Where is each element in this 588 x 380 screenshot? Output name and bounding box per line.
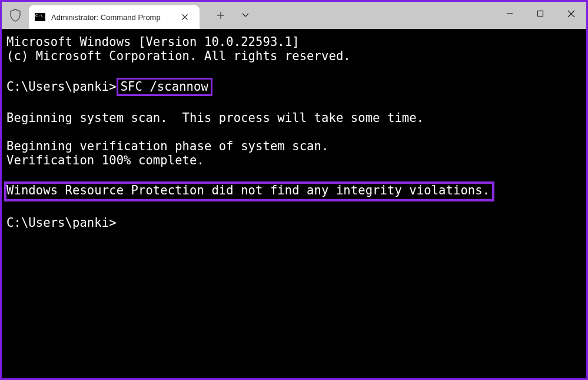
command-highlight: SFC /scannow (117, 78, 212, 97)
minimize-icon (506, 10, 513, 17)
terminal-prompt-line: C:\Users\panki>SFC /scannow (6, 77, 582, 97)
terminal-line: Beginning system scan. This process will… (6, 111, 582, 125)
terminal-line: Verification 100% complete. (6, 153, 582, 167)
result-text: Windows Resource Protection did not find… (6, 183, 490, 197)
new-tab-button[interactable] (214, 8, 228, 22)
maximize-button[interactable] (525, 2, 556, 25)
minimize-button[interactable] (494, 2, 525, 25)
terminal-line: Beginning verification phase of system s… (6, 139, 582, 153)
active-tab[interactable]: Administrator: Command Promp (29, 5, 200, 29)
close-window-button[interactable] (556, 2, 586, 25)
command-prompt-window: Administrator: Command Promp (0, 0, 588, 380)
svg-rect-5 (538, 11, 543, 16)
close-tab-button[interactable] (178, 11, 191, 24)
chevron-down-icon (241, 12, 250, 18)
terminal-blank-line (6, 63, 582, 77)
app-icon-holder (2, 2, 29, 29)
terminal-line: Microsoft Windows [Version 10.0.22593.1] (6, 35, 582, 49)
command-text: SFC /scannow (121, 80, 208, 94)
tab-actions (200, 2, 253, 29)
window-controls (494, 2, 586, 25)
terminal-output[interactable]: Microsoft Windows [Version 10.0.22593.1]… (2, 29, 586, 378)
maximize-icon (537, 10, 544, 17)
terminal-line: (c) Microsoft Corporation. All rights re… (6, 49, 582, 63)
plus-icon (217, 11, 225, 19)
cmd-icon (35, 13, 45, 21)
terminal-blank-line (6, 97, 582, 111)
tab-title: Administrator: Command Promp (51, 13, 172, 22)
result-highlight: Windows Resource Protection did not find… (4, 181, 494, 201)
terminal-blank-line (6, 125, 582, 139)
tab-dropdown-button[interactable] (238, 8, 253, 22)
terminal-result-line: Windows Resource Protection did not find… (6, 181, 582, 201)
titlebar: Administrator: Command Promp (2, 2, 586, 29)
terminal-blank-line (6, 201, 582, 216)
prompt-text: C:\Users\panki> (6, 80, 117, 94)
close-icon (567, 10, 575, 18)
terminal-prompt-line: C:\Users\panki> (6, 216, 582, 230)
close-icon (182, 14, 188, 20)
shield-icon (9, 9, 21, 22)
terminal-blank-line (6, 167, 582, 181)
